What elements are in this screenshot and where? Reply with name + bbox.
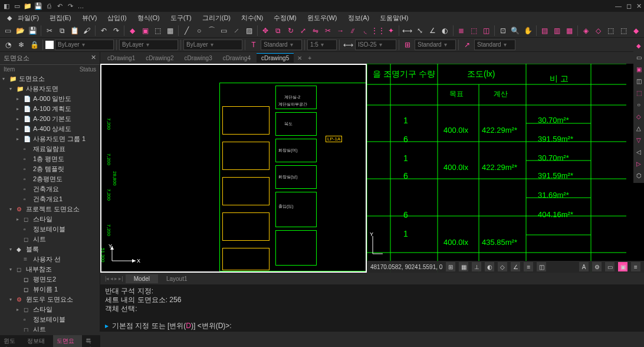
scale-button[interactable]: ⤢ — [297, 25, 308, 37]
tab-next-icon[interactable]: ▸ — [114, 276, 117, 281]
sidetab-drawing[interactable]: 도면요소 — [53, 335, 83, 347]
rtool-6[interactable]: ○ — [634, 99, 643, 110]
zoom-ext[interactable]: ⊡ — [497, 25, 508, 37]
view-c[interactable]: ▦ — [564, 25, 575, 37]
pan-button[interactable]: ✋ — [523, 25, 534, 37]
rtool-10[interactable]: ◁ — [634, 146, 643, 157]
mirror-button[interactable]: ⇋ — [310, 25, 321, 37]
new-icon[interactable]: ▭ — [13, 2, 21, 10]
style-d[interactable]: ⬚ — [618, 25, 629, 37]
textstyle-combo[interactable]: Standard — [261, 40, 302, 50]
ws-icon[interactable]: ⚙ — [592, 262, 602, 271]
tool-c[interactable]: ⬚ — [152, 25, 163, 37]
style-a[interactable]: ◈ — [580, 25, 592, 37]
open-button[interactable]: 📂 — [15, 25, 26, 37]
snap-icon[interactable]: ⊞ — [446, 262, 455, 271]
tree-item[interactable]: ▫2층 템플릿 — [0, 164, 100, 174]
tree-item[interactable]: ◻평면도2 — [0, 274, 100, 284]
menu-window[interactable]: 윈도우(W) — [303, 12, 342, 24]
mleaderstyle-combo[interactable]: Standard — [474, 40, 515, 50]
cut-button[interactable]: ✂ — [44, 25, 55, 37]
menu-help[interactable]: 도움말(H) — [375, 12, 413, 24]
tree-item[interactable]: ▾⚙윈도우 도면요소 — [0, 294, 100, 305]
rtool-7[interactable]: ◇ — [634, 111, 643, 122]
layer-c[interactable]: ◫ — [481, 25, 492, 37]
tree-item[interactable]: ▫건축개요1 — [0, 194, 100, 204]
menu-info[interactable]: 정보(A) — [343, 12, 374, 24]
sidetab-properties[interactable]: 특성 — [82, 335, 100, 347]
undo-button[interactable]: ↶ — [98, 25, 109, 37]
maximize-icon[interactable]: ◻ — [626, 2, 632, 10]
view-b[interactable]: ▥ — [551, 25, 563, 37]
dim-linear[interactable]: ⟷ — [402, 25, 413, 37]
tree-item[interactable]: ▫1층 평면도 — [0, 154, 100, 164]
lwt-icon[interactable]: ≡ — [524, 262, 533, 271]
hatch-button[interactable]: ▨ — [244, 25, 255, 37]
rtool-11[interactable]: ▷ — [634, 158, 643, 169]
tab-last-icon[interactable]: ▸| — [119, 276, 123, 281]
table-icon[interactable]: ⊞ — [402, 39, 413, 51]
tab-layout1[interactable]: Layout1 — [158, 274, 196, 283]
tree-item[interactable]: ▫건축개요 — [0, 184, 100, 194]
tree-item[interactable]: ◻뷰이름 1 — [0, 284, 100, 294]
save-button[interactable]: 💾 — [27, 25, 38, 37]
tab-model[interactable]: Model — [126, 274, 158, 283]
rtool-4[interactable]: ◫ — [634, 76, 643, 86]
tree-item[interactable]: ▾📁사용자도면 — [0, 84, 100, 94]
tree-item[interactable]: ▸📄A-400 상세도 — [0, 124, 100, 134]
tab-close-icon[interactable]: ✕ — [295, 55, 304, 61]
save-icon[interactable]: 💾 — [34, 2, 42, 10]
linetype-combo[interactable]: ByLayer — [119, 40, 178, 50]
dim-icon[interactable]: ⟷ — [342, 39, 354, 51]
tree-item[interactable]: =사용자 선 — [0, 254, 100, 264]
tab-cdrawing5[interactable]: cDrawing5 — [257, 53, 294, 63]
offset-button[interactable]: ⫽ — [347, 25, 359, 37]
more-icon[interactable]: … — [77, 2, 85, 10]
zoom-win[interactable]: 🔍 — [510, 25, 521, 37]
style-b[interactable]: ◇ — [593, 25, 604, 37]
open-icon[interactable]: 📁 — [24, 2, 32, 10]
lineweight-combo[interactable]: ByLayer — [183, 40, 242, 50]
model-icon[interactable]: ◫ — [537, 262, 546, 271]
color-combo[interactable]: ByLayer — [55, 40, 114, 50]
tree[interactable]: ▾📁도면요소▾📁사용자도면▸📄A-000 일반도▸📄A-100 계획도▸📄A-2… — [0, 74, 100, 332]
rect-button[interactable]: ▭ — [218, 25, 229, 37]
menu-insert[interactable]: 삽입(I) — [103, 12, 131, 24]
trim-button[interactable]: ✂ — [323, 25, 334, 37]
circle-button[interactable]: ○ — [193, 25, 205, 37]
ann-icon[interactable]: A — [579, 262, 589, 271]
tool-d[interactable]: ▦ — [165, 25, 176, 37]
copy2-button[interactable]: ⧉ — [272, 25, 284, 37]
tablestyle-combo[interactable]: Standard — [415, 40, 456, 50]
tool-b[interactable]: ▣ — [139, 25, 150, 37]
layer-lock[interactable]: 🔒 — [28, 39, 40, 51]
layer-a[interactable]: ≣ — [456, 25, 467, 37]
line-button[interactable]: ╱ — [181, 25, 192, 37]
matchprop-button[interactable]: 🖌 — [81, 25, 93, 37]
rtool-8[interactable]: △ — [634, 123, 643, 133]
menu-format[interactable]: 형식(O) — [133, 12, 165, 24]
tree-item[interactable]: ▸◻스타일 — [0, 305, 100, 315]
tree-item[interactable]: ▾📁도면요소 — [0, 74, 100, 84]
tab-cdrawing1[interactable]: cDrawing1 — [103, 54, 140, 63]
close-icon[interactable]: ✕ — [636, 2, 642, 10]
tool-a[interactable]: ◆ — [127, 25, 138, 37]
tree-item[interactable]: ▸📄A-100 계획도 — [0, 104, 100, 114]
rtool-9[interactable]: ▽ — [634, 135, 643, 145]
layer-toggle[interactable]: ◔ — [2, 39, 14, 51]
otrack-icon[interactable]: ∠ — [511, 262, 520, 271]
text-icon[interactable]: T — [248, 39, 259, 51]
redo-icon[interactable]: ↷ — [66, 2, 74, 10]
view-a[interactable]: ▤ — [539, 25, 550, 37]
rtool-3[interactable]: ▣ — [634, 64, 643, 74]
minimize-icon[interactable]: — — [615, 2, 622, 10]
explode-button[interactable]: ✦ — [385, 25, 396, 37]
rtool-12[interactable]: ⬡ — [634, 170, 643, 181]
fillet-button[interactable]: ◟ — [360, 25, 371, 37]
layer-b[interactable]: ⬚ — [468, 25, 479, 37]
tree-item[interactable]: ▫정보테이블 — [0, 315, 100, 325]
command-input[interactable]: ▸ 기본점 지정 또는 [변위(D)] <변위(D)>: — [100, 320, 644, 332]
dimstyle-combo[interactable]: ISO-25 — [355, 40, 396, 50]
print-icon[interactable]: ⎙ — [45, 2, 53, 10]
sidetab-window[interactable]: 윈도우 — [0, 335, 24, 347]
